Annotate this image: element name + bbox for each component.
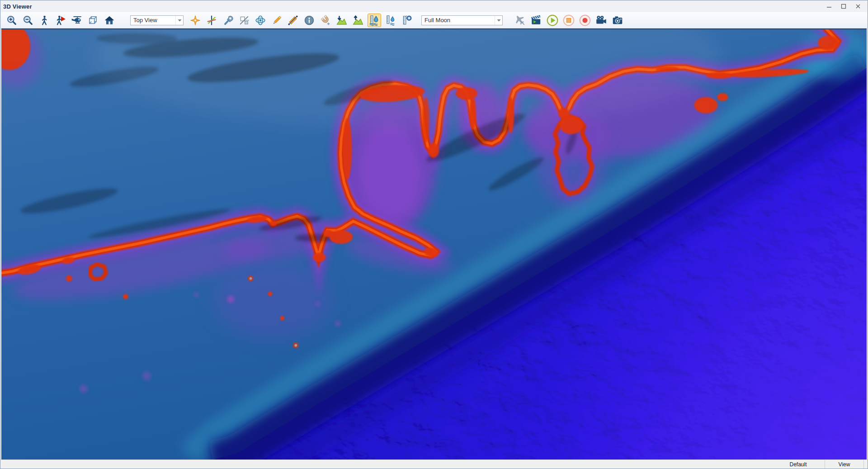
statusbar-view-label: View — [839, 461, 850, 468]
home-icon — [104, 15, 115, 26]
statusbar: Default View — [0, 460, 868, 469]
flight-path-button[interactable] — [513, 14, 527, 27]
wireframe-cube-icon — [88, 15, 99, 26]
orbit-gyroscope-icon — [255, 15, 266, 26]
clapperboard-icon — [530, 14, 542, 26]
zoom-in-button[interactable] — [5, 14, 19, 27]
chevron-down-icon — [495, 16, 502, 25]
stop-button[interactable] — [562, 14, 576, 27]
axes-button[interactable] — [205, 14, 218, 27]
3d-scene-viewport[interactable] — [1, 28, 867, 460]
tide-station-add-button[interactable] — [400, 14, 414, 27]
tide-droplet-icon — [385, 14, 396, 26]
tide-gauge-icon — [368, 14, 380, 26]
center-star-button[interactable] — [189, 14, 202, 27]
terrain-up-arrow-icon — [353, 15, 363, 26]
box-3d-view-button[interactable] — [86, 14, 100, 27]
zoom-in-icon — [6, 15, 17, 26]
statusbar-panel-view: View — [825, 460, 864, 469]
record-button[interactable] — [578, 14, 592, 27]
view-select[interactable]: Top View — [130, 15, 184, 25]
draw-pencil-button[interactable] — [270, 14, 283, 27]
environment-select-value: Full Moon — [425, 17, 495, 24]
info-icon — [304, 15, 315, 26]
statusbar-default-label: Default — [789, 461, 807, 468]
orbit-rotate-button[interactable] — [254, 14, 267, 27]
chevron-down-icon — [175, 16, 183, 25]
walk-person-icon — [39, 15, 50, 26]
tide-droplet-button[interactable] — [384, 14, 397, 27]
fly-mode-button[interactable] — [70, 14, 84, 27]
photo-camera-icon — [612, 14, 623, 26]
tide-station-add-icon — [401, 14, 413, 26]
zoom-out-icon — [23, 15, 33, 26]
video-camera-button[interactable] — [594, 14, 608, 27]
wrench-icon — [222, 15, 233, 26]
view-select-value: Top View — [133, 17, 175, 24]
close-button[interactable] — [855, 3, 861, 9]
walk-person-red-arrow-icon — [55, 15, 66, 26]
axes-cross-icon — [206, 15, 217, 26]
movie-clapper-button[interactable] — [529, 14, 543, 27]
home-view-button[interactable] — [103, 14, 116, 27]
play-button[interactable] — [546, 14, 559, 27]
window-title: 3D Viewer — [3, 3, 32, 10]
stop-icon — [562, 14, 575, 27]
maximize-button[interactable] — [840, 3, 847, 9]
minimize-button[interactable] — [826, 3, 832, 9]
pencil-icon — [271, 15, 282, 26]
maximize-icon — [841, 4, 846, 9]
orange-star-icon — [190, 15, 201, 26]
record-icon — [579, 14, 591, 27]
helicopter-icon — [71, 15, 83, 26]
tide-gauge-button[interactable] — [368, 14, 381, 27]
scale-percent-cube-icon — [239, 15, 250, 26]
scale-exaggeration-button[interactable] — [237, 14, 251, 27]
toolbar: Top View — [1, 12, 867, 28]
play-icon — [546, 14, 559, 27]
snapshot-camera-button[interactable] — [611, 14, 624, 27]
statusbar-panel-default: Default — [772, 460, 825, 469]
video-camera-icon — [595, 14, 608, 26]
measure-ruler-button[interactable] — [286, 14, 300, 27]
environment-select[interactable]: Full Moon — [421, 15, 503, 25]
lower-terrain-button[interactable] — [335, 14, 349, 27]
bathymetry-terrain-scene — [1, 29, 867, 460]
window-controls — [826, 3, 865, 9]
info-button[interactable] — [302, 14, 316, 27]
magnet-plus-icon — [320, 15, 331, 26]
minimize-icon — [826, 4, 832, 9]
walk-mode-button[interactable] — [38, 14, 51, 27]
walk-target-mode-button[interactable] — [54, 14, 67, 27]
3d-viewer-window: 3D Viewer — [0, 0, 868, 469]
zoom-out-button[interactable] — [21, 14, 35, 27]
airplane-icon — [514, 14, 526, 26]
close-icon — [855, 4, 861, 9]
ruler-measure-icon — [288, 15, 298, 26]
titlebar: 3D Viewer — [0, 0, 868, 12]
settings-wrench-button[interactable] — [221, 14, 235, 27]
raise-terrain-button[interactable] — [351, 14, 365, 27]
magnet-snap-button[interactable] — [319, 14, 332, 27]
terrain-down-arrow-icon — [336, 15, 347, 26]
